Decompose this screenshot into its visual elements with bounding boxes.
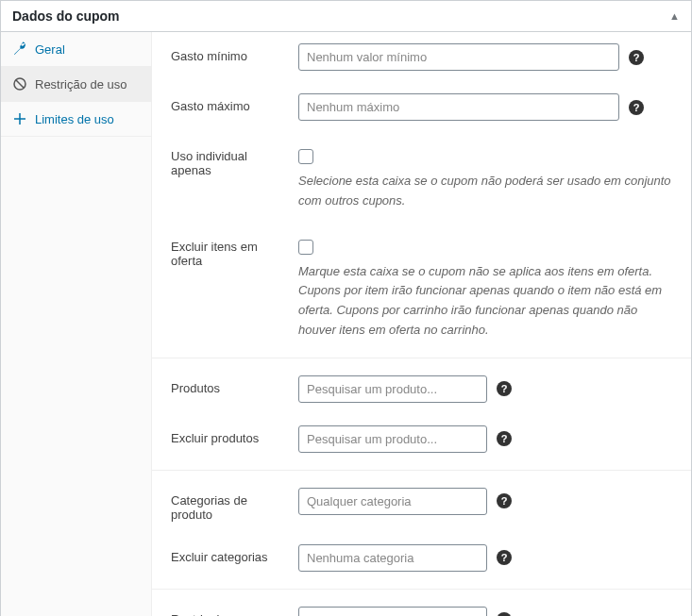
sidebar-item-label: Geral: [35, 42, 65, 57]
help-icon[interactable]: ?: [497, 550, 512, 565]
label-exclude-products: Excluir produtos: [171, 425, 289, 445]
field-individual-use: Uso individual apenas Selecione esta cai…: [152, 132, 691, 223]
help-icon[interactable]: ?: [497, 612, 512, 616]
field-products: Produtos ?: [152, 364, 691, 414]
collapse-icon[interactable]: ▲: [669, 10, 680, 22]
help-icon[interactable]: ?: [497, 431, 512, 446]
sidebar-item-label: Restrição de uso: [35, 77, 127, 92]
panel-header: Dados do cupom ▲: [1, 1, 691, 32]
label-max-spend: Gasto máximo: [171, 93, 289, 113]
field-min-spend: Gasto mínimo ?: [152, 32, 691, 82]
input-max-spend[interactable]: [298, 93, 619, 121]
label-min-spend: Gasto mínimo: [171, 43, 289, 63]
checkbox-individual-use[interactable]: [298, 149, 313, 164]
field-exclude-categories: Excluir categorias Nenhuma categoria ?: [152, 533, 691, 583]
divider: [152, 589, 691, 590]
content: Gasto mínimo ? Gasto máximo ? Uso indivi…: [152, 32, 691, 616]
divider: [152, 358, 691, 358]
label-exclude-sale: Excluir itens em oferta: [171, 234, 289, 268]
input-restrict-emails[interactable]: [298, 607, 487, 616]
field-categories: Categorias de produto Qualquer categoria…: [152, 476, 691, 533]
sidebar-item-usage-limits[interactable]: Limites de uso: [1, 102, 151, 137]
select-exclude-categories[interactable]: Nenhuma categoria: [298, 544, 487, 572]
sidebar: Geral Restrição de uso Limites de uso: [1, 32, 152, 616]
divider: [152, 470, 691, 471]
field-max-spend: Gasto máximo ?: [152, 82, 691, 132]
help-icon[interactable]: ?: [629, 100, 644, 115]
field-restrict-emails: Restringir aos e-mails ?: [152, 595, 691, 616]
label-categories: Categorias de produto: [171, 488, 289, 522]
coupon-data-panel: Dados do cupom ▲ Geral Restrição de uso: [0, 0, 692, 616]
help-icon[interactable]: ?: [497, 493, 512, 508]
help-icon[interactable]: ?: [497, 381, 512, 396]
label-products: Produtos: [171, 375, 289, 395]
desc-individual-use: Selecione esta caixa se o cupom não pode…: [298, 172, 672, 211]
checkbox-exclude-sale[interactable]: [298, 240, 313, 255]
select-categories[interactable]: Qualquer categoria: [298, 488, 487, 515]
sidebar-item-usage-restriction[interactable]: Restrição de uso: [1, 67, 151, 102]
label-restrict-emails: Restringir aos e-mails: [171, 607, 289, 616]
limits-icon: [12, 111, 27, 126]
input-min-spend[interactable]: [298, 43, 619, 71]
wrench-icon: [12, 42, 27, 57]
sidebar-item-label: Limites de uso: [35, 112, 114, 126]
label-individual-use: Uso individual apenas: [171, 143, 289, 177]
field-exclude-sale: Excluir itens em oferta Marque esta caix…: [152, 223, 691, 352]
ban-icon: [12, 76, 27, 92]
label-exclude-categories: Excluir categorias: [171, 544, 289, 564]
sidebar-item-general[interactable]: Geral: [1, 32, 151, 67]
svg-line-1: [16, 80, 24, 88]
help-icon[interactable]: ?: [629, 50, 644, 65]
panel-body: Geral Restrição de uso Limites de uso Ga…: [1, 32, 691, 616]
desc-exclude-sale: Marque esta caixa se o cupom não se apli…: [298, 262, 672, 341]
input-products[interactable]: [298, 375, 487, 403]
input-exclude-products[interactable]: [298, 425, 487, 453]
field-exclude-products: Excluir produtos ?: [152, 414, 691, 464]
panel-title: Dados do cupom: [12, 8, 120, 24]
